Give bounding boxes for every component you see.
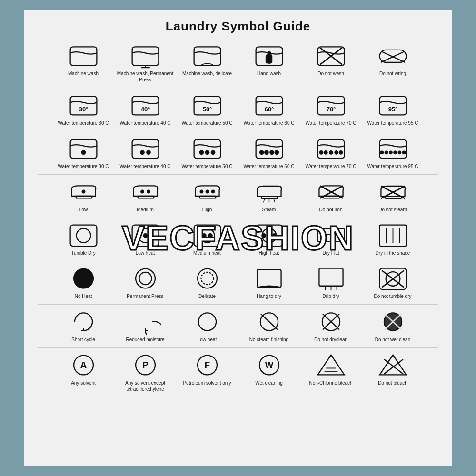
symbol-temp-30: 30° Water temperature 30 C [52,92,114,126]
low-heat-dry2-icon [192,308,223,335]
high-heat-icon [254,222,285,248]
svg-point-42 [211,190,214,193]
dry-flat-icon [316,222,347,248]
low-heat-dry2-label: Low heat [198,337,217,343]
svg-marker-104 [317,355,344,375]
svg-point-22 [275,151,278,154]
page-title: Laundry Symbol Guide [166,19,311,34]
svg-point-61 [208,234,212,237]
symbol-do-not-wet-clean: Do not wet clean [362,308,424,343]
svg-point-87 [198,313,216,330]
any-solvent-label: Any solvent [71,380,96,386]
do-not-bleach-label: Do not bleach [378,380,407,386]
do-not-bleach-icon [377,352,408,378]
svg-point-38 [147,190,150,193]
svg-rect-4 [379,50,406,62]
symbol-dot-6: Water temperature 95 C [362,135,424,169]
delicate-circle-icon [192,265,223,291]
symbol-do-not-wash: Do not wash [300,42,362,77]
symbol-low-heat: Low heat [114,222,176,256]
svg-text:P: P [142,360,148,370]
symbol-do-not-tumble-dry: Do not tumble dry [362,265,424,299]
page-container: Laundry Symbol Guide Machine wash [24,10,452,466]
svg-rect-78 [257,269,281,287]
svg-point-75 [139,272,151,285]
temp-70-icon: 70° [316,92,347,118]
svg-point-54 [76,228,90,243]
machine-wash-perm-label: Machine wash, Permanent Press [114,70,176,83]
high-heat-label: High heat [259,250,279,256]
iron-low-icon [68,178,99,205]
divider-7 [38,347,438,348]
symbol-machine-wash-del: Machine wash, delicate [176,42,238,77]
drip-dry-label: Drip dry [322,293,339,299]
no-heat-circle-icon [68,265,99,291]
row-7: Short cycle Reduced moisture Low heat [52,308,424,343]
svg-point-65 [267,234,270,237]
svg-point-23 [319,151,323,154]
any-solvent-except-icon: P [130,352,161,378]
svg-rect-47 [323,196,339,198]
do-not-dryclean-icon [316,308,347,335]
do-not-wash-icon [316,42,347,69]
symbol-reduced-moisture: Reduced moisture [114,308,176,343]
row-2: 30° Water temperature 30 C 40° Water tem… [52,92,424,126]
svg-point-19 [260,151,263,154]
svg-text:F: F [204,360,209,370]
svg-line-44 [263,198,265,202]
temp-50-label: Water temperature 50 C [182,120,233,126]
svg-point-32 [398,151,401,154]
dot-1-icon [68,135,99,161]
svg-text:70°: 70° [326,106,336,113]
do-not-steam-icon [377,178,408,205]
delicate-circle-label: Delicate [198,293,216,299]
dot-4-label: Water temperature 60 C [244,163,295,169]
row-3: Water temperature 30 C Water temperature… [52,135,424,169]
petroleum-solvent-icon: F [192,352,223,378]
svg-point-14 [140,151,144,154]
hang-dry-label: Hang to dry [257,293,281,299]
svg-rect-36 [138,196,153,198]
symbol-hang-dry: Hang to dry [238,265,300,299]
low-heat-icon [130,222,161,248]
machine-wash-del-label: Machine wash, delicate [182,70,232,77]
svg-point-13 [81,151,85,154]
symbol-any-solvent: A Any solvent [52,352,114,386]
row-6: No Heat Permanent Press Delicate [52,265,424,299]
dot-3-label: Water temperature 50 C [182,163,233,169]
temp-50-icon: 50° [192,92,223,118]
temp-95-icon: 95° [377,92,408,118]
dry-shade-icon [377,222,408,248]
symbol-high-heat: High heat [238,222,300,256]
dot-5-label: Water temperature 70 C [306,163,357,169]
svg-text:30°: 30° [79,106,88,113]
symbol-dot-2: Water temperature 40 C [114,135,176,169]
petroleum-solvent-label: Petroleum solvent only [183,380,231,386]
svg-point-37 [141,190,144,193]
dry-shade-label: Dry in the shade [376,250,410,256]
svg-point-74 [136,269,155,288]
symbol-low-heat-dry2: Low heat [176,308,238,343]
no-heat-circle-label: No Heat [75,293,92,299]
symbol-delicate-circle: Delicate [176,265,238,299]
short-cycle-label: Short cycle [71,337,95,343]
dot-5-icon [316,135,347,161]
iron-low-label: Low [79,207,88,213]
tumble-dry-label: Tumble Dry [71,250,95,256]
svg-point-30 [389,151,392,154]
symbol-dry-flat: Dry Flat [300,222,362,256]
iron-medium-icon [130,178,161,205]
iron-steam-label: Steam [262,207,276,213]
symbol-medium-heat: Medium heat [176,222,238,256]
dot-2-label: Water temperature 40 C [120,163,171,169]
temp-40-label: Water temperature 40 C [120,120,171,126]
svg-point-33 [402,151,405,154]
svg-rect-43 [261,196,277,198]
svg-line-89 [260,314,277,329]
do-not-wet-clean-label: Do not wet clean [375,337,411,343]
divider-1 [38,88,438,88]
symbol-dot-3: Water temperature 50 C [176,135,238,169]
symbol-do-not-iron: Do not iron [300,178,362,213]
wet-cleaning-icon: W [254,352,285,378]
symbol-iron-low: Low [52,178,114,213]
